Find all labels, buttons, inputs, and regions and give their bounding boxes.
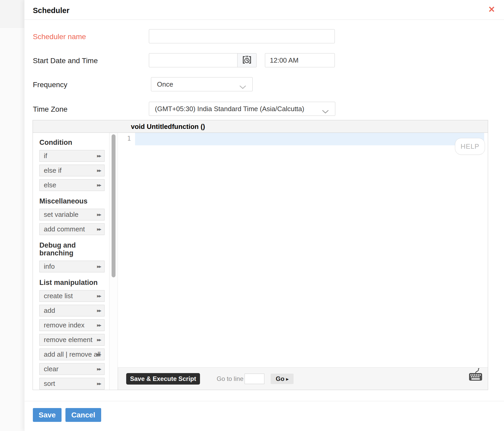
script-snippet-item[interactable]: set variable ▶▶ bbox=[39, 209, 105, 220]
sidebar-section: Miscellaneous set variable ▶▶ add commen… bbox=[39, 197, 109, 235]
page-background bbox=[0, 28, 24, 431]
goto-line-label: Go to line bbox=[217, 375, 244, 382]
scheduler-name-label: Scheduler name bbox=[33, 33, 86, 41]
frequency-select[interactable]: Once bbox=[151, 77, 253, 91]
insert-snippet-arrows-icon: ▶▶ bbox=[97, 349, 101, 360]
timezone-select[interactable]: (GMT+05:30) India Standard Time (Asia/Ca… bbox=[149, 102, 335, 116]
script-snippet-label: else bbox=[44, 181, 56, 189]
insert-snippet-arrows-icon: ▶▶ bbox=[97, 290, 101, 302]
sidebar-scrollbar-track[interactable] bbox=[110, 133, 118, 390]
script-snippet-item[interactable]: info ▶▶ bbox=[39, 261, 105, 272]
editor-body: Condition if ▶▶ else if ▶▶ else ▶▶ Misce… bbox=[33, 133, 488, 390]
frequency-value: Once bbox=[157, 80, 173, 88]
script-editor-area[interactable]: 1 HELP bbox=[118, 133, 488, 367]
chevron-down-icon bbox=[239, 83, 246, 91]
timezone-label: Time Zone bbox=[33, 105, 68, 113]
editor-toolbar: Save & Execute Script Go to line Go ▸ bbox=[118, 367, 488, 390]
script-snippet-item[interactable]: create list ▶▶ bbox=[39, 290, 105, 302]
script-snippet-label: set variable bbox=[44, 211, 78, 218]
script-snippet-item[interactable]: remove index ▶▶ bbox=[39, 319, 105, 331]
dialog-title: Scheduler bbox=[33, 6, 69, 15]
script-snippet-label: remove index bbox=[44, 321, 84, 329]
sidebar-section: Debug and branching info ▶▶ bbox=[39, 241, 109, 272]
frequency-label: Frequency bbox=[33, 81, 67, 89]
line-number: 1 bbox=[127, 135, 131, 142]
script-snippet-label: clear bbox=[44, 365, 58, 373]
script-snippet-item[interactable]: add comment ▶▶ bbox=[39, 223, 105, 235]
save-button[interactable]: Save bbox=[33, 408, 62, 422]
close-icon[interactable]: ✕ bbox=[488, 5, 495, 14]
script-snippet-label: remove element bbox=[44, 336, 92, 344]
start-date-input[interactable] bbox=[149, 53, 238, 67]
go-button[interactable]: Go ▸ bbox=[271, 374, 294, 384]
go-button-label: Go bbox=[276, 375, 284, 382]
insert-snippet-arrows-icon: ▶▶ bbox=[97, 378, 101, 389]
script-snippet-label: add bbox=[44, 307, 55, 314]
help-button[interactable]: HELP bbox=[455, 138, 485, 155]
sidebar-section-items: if ▶▶ else if ▶▶ else ▶▶ bbox=[39, 150, 109, 191]
script-snippet-label: sort bbox=[44, 380, 55, 387]
sidebar-section-items: info ▶▶ bbox=[39, 261, 109, 272]
dialog-header: Scheduler ✕ bbox=[25, 0, 504, 20]
insert-snippet-arrows-icon: ▶▶ bbox=[97, 179, 101, 191]
script-editor-panel: void Untitledfunction () Condition if ▶▶… bbox=[33, 120, 488, 390]
calendar-clock-icon bbox=[242, 55, 252, 65]
script-snippet-label: add comment bbox=[44, 225, 85, 233]
editor-header: void Untitledfunction () bbox=[33, 120, 488, 133]
script-snippet-item[interactable]: remove element ▶▶ bbox=[39, 334, 105, 346]
sidebar-section-title: Condition bbox=[39, 139, 109, 146]
footer-divider bbox=[25, 401, 504, 401]
sidebar-section-items: set variable ▶▶ add comment ▶▶ bbox=[39, 209, 109, 235]
go-arrow-icon: ▸ bbox=[286, 376, 288, 382]
sidebar-scrollbar-thumb[interactable] bbox=[112, 134, 116, 277]
sidebar-section-title: Miscellaneous bbox=[39, 197, 109, 205]
line-number-gutter: 1 bbox=[118, 133, 135, 367]
page-background bbox=[0, 0, 24, 28]
script-snippet-label: info bbox=[44, 262, 55, 270]
start-time-input[interactable] bbox=[265, 53, 335, 67]
function-signature: void Untitledfunction () bbox=[131, 123, 205, 131]
insert-snippet-arrows-icon: ▶▶ bbox=[97, 224, 101, 235]
scheduler-name-input[interactable] bbox=[149, 29, 335, 43]
sidebar-section: Condition if ▶▶ else if ▶▶ else ▶▶ bbox=[39, 139, 109, 191]
script-snippet-item[interactable]: add all | remove all ▶▶ bbox=[39, 349, 105, 360]
insert-snippet-arrows-icon: ▶▶ bbox=[97, 334, 101, 345]
save-execute-script-button[interactable]: Save & Execute Script bbox=[126, 373, 200, 385]
script-snippet-label: else if bbox=[44, 166, 62, 174]
sidebar-section-title: Debug and branching bbox=[39, 241, 109, 257]
insert-snippet-arrows-icon: ▶▶ bbox=[97, 363, 101, 375]
start-date-time-label: Start Date and Time bbox=[33, 57, 98, 65]
script-snippet-label: if bbox=[44, 152, 47, 160]
active-line-highlight bbox=[135, 133, 484, 145]
chevron-down-icon bbox=[322, 107, 329, 116]
script-snippet-label: add all | remove all bbox=[44, 350, 101, 358]
script-snippet-item[interactable]: clear ▶▶ bbox=[39, 363, 105, 375]
script-snippet-label: create list bbox=[44, 292, 73, 300]
sidebar-section: List manipulation create list ▶▶ add ▶▶ … bbox=[39, 279, 109, 390]
script-snippet-item[interactable]: add ▶▶ bbox=[39, 305, 105, 316]
scheduler-dialog: Scheduler ✕ Scheduler name Start Date an… bbox=[24, 0, 504, 431]
editor-sidebar: Condition if ▶▶ else if ▶▶ else ▶▶ Misce… bbox=[33, 133, 110, 390]
insert-snippet-arrows-icon: ▶▶ bbox=[97, 320, 101, 331]
insert-snippet-arrows-icon: ▶▶ bbox=[97, 305, 101, 316]
insert-snippet-arrows-icon: ▶▶ bbox=[97, 261, 101, 272]
script-snippet-item[interactable]: else ▶▶ bbox=[39, 179, 105, 191]
screen: Scheduler ✕ Scheduler name Start Date an… bbox=[0, 0, 504, 431]
goto-line-input[interactable] bbox=[245, 374, 264, 384]
script-snippet-item[interactable]: else if ▶▶ bbox=[39, 165, 105, 176]
keyboard-shortcuts-icon[interactable] bbox=[468, 368, 483, 383]
insert-snippet-arrows-icon: ▶▶ bbox=[97, 150, 101, 161]
date-picker-button[interactable] bbox=[237, 53, 257, 67]
sidebar-section-title: List manipulation bbox=[39, 279, 109, 286]
timezone-value: (GMT+05:30) India Standard Time (Asia/Ca… bbox=[155, 105, 304, 113]
sidebar-section-items: create list ▶▶ add ▶▶ remove index ▶▶ re… bbox=[39, 290, 109, 390]
script-snippet-item[interactable]: sort ▶▶ bbox=[39, 378, 105, 390]
script-snippet-item[interactable]: if ▶▶ bbox=[39, 150, 105, 162]
cancel-button[interactable]: Cancel bbox=[65, 408, 101, 422]
insert-snippet-arrows-icon: ▶▶ bbox=[97, 165, 101, 176]
insert-snippet-arrows-icon: ▶▶ bbox=[97, 209, 101, 220]
